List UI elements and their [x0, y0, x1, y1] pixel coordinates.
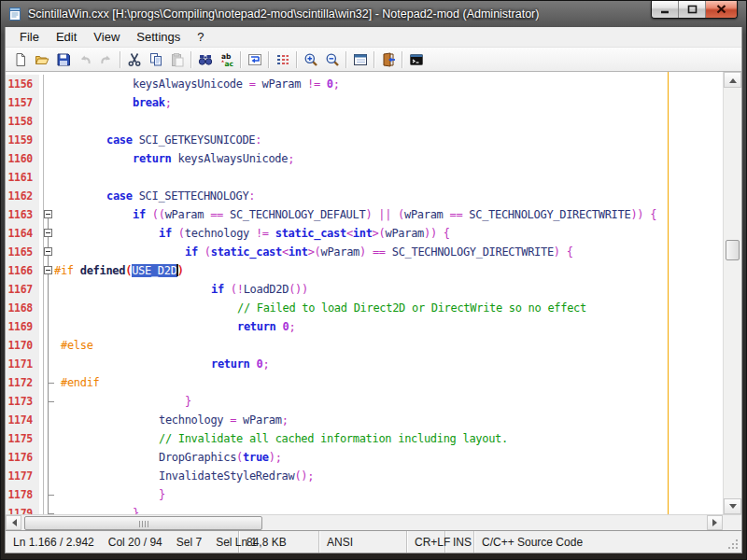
code-line[interactable]: 1174technology = wParam; — [6, 411, 723, 429]
code-text[interactable]: #if defined(USE_D2D) — [54, 261, 723, 280]
line-number[interactable]: 1159 — [6, 131, 39, 149]
scroll-left-button[interactable] — [6, 515, 21, 530]
code-text[interactable]: if (!LoadD2D()) — [54, 280, 723, 299]
code-line[interactable]: 1163if ((wParam == SC_TECHNOLOGY_DEFAULT… — [6, 205, 723, 224]
code-text[interactable]: } — [54, 504, 723, 514]
code-line[interactable]: 1168// Failed to load Direct2D or Direct… — [6, 299, 723, 317]
line-number[interactable]: 1168 — [6, 299, 39, 317]
line-number[interactable]: 1166 — [6, 261, 39, 280]
code-text[interactable]: keysAlwaysUnicode = wParam != 0; — [54, 75, 723, 93]
resize-grip[interactable] — [727, 539, 739, 550]
code-line[interactable]: 1159case SCI_GETKEYSUNICODE: — [6, 131, 723, 149]
cut-button[interactable] — [123, 49, 145, 70]
code-text[interactable]: } — [54, 485, 723, 504]
code-line[interactable]: 1165if (static_cast<int>(wParam) == SC_T… — [6, 243, 723, 261]
menu-edit[interactable]: Edit — [48, 28, 85, 46]
exit-button[interactable] — [377, 49, 399, 70]
line-number[interactable]: 1164 — [6, 224, 39, 243]
code-line[interactable]: 1178} — [6, 485, 723, 504]
fold-toggle[interactable] — [44, 243, 54, 261]
code-line[interactable]: 1156keysAlwaysUnicode = wParam != 0; — [6, 75, 723, 93]
scroll-up-button[interactable] — [724, 72, 741, 88]
line-number[interactable]: 1179 — [6, 504, 39, 514]
paste-button[interactable] — [166, 49, 188, 70]
vertical-scrollbar-thumb[interactable] — [726, 240, 740, 260]
code-line[interactable]: 1161 — [6, 168, 723, 187]
code-text[interactable] — [54, 168, 723, 187]
maximize-button[interactable] — [679, 1, 706, 18]
minimize-button[interactable] — [652, 1, 679, 18]
code-line[interactable]: 1162case SCI_SETTECHNOLOGY: — [6, 187, 723, 205]
menu-settings[interactable]: Settings — [128, 28, 189, 46]
zoom-out-button[interactable] — [321, 49, 343, 70]
line-number[interactable]: 1163 — [6, 205, 39, 224]
new-file-button[interactable] — [9, 49, 31, 70]
code-text[interactable]: technology = wParam; — [54, 411, 723, 429]
code-text[interactable]: break; — [54, 93, 723, 112]
line-number[interactable]: 1161 — [6, 168, 39, 187]
menu-file[interactable]: File — [11, 28, 48, 46]
code-line[interactable]: 1164if (technology != static_cast<int>(w… — [6, 224, 723, 243]
zoom-in-button[interactable] — [300, 49, 321, 70]
code-text[interactable]: return 0; — [54, 317, 723, 336]
save-file-button[interactable] — [52, 49, 74, 70]
horizontal-scrollbar-thumb[interactable] — [24, 516, 262, 530]
code-text[interactable]: // Failed to load Direct2D or DirectWrit… — [54, 299, 723, 317]
code-text[interactable]: case SCI_GETKEYSUNICODE: — [54, 131, 723, 149]
console-button[interactable] — [405, 49, 427, 70]
code-line[interactable]: 1177InvalidateStyleRedraw(); — [6, 467, 723, 485]
line-number[interactable]: 1162 — [6, 187, 39, 205]
code-text[interactable]: return 0; — [54, 355, 723, 373]
menu-help[interactable]: ? — [189, 28, 212, 46]
code-text[interactable]: DropGraphics(true); — [54, 448, 723, 467]
editor[interactable]: 1156keysAlwaysUnicode = wParam != 0;1157… — [6, 72, 723, 514]
fold-toggle[interactable] — [44, 224, 54, 243]
code-text[interactable]: case SCI_SETTECHNOLOGY: — [54, 187, 723, 205]
code-line[interactable]: 1170#else — [6, 336, 723, 355]
code-text[interactable]: InvalidateStyleRedraw(); — [54, 467, 723, 485]
line-number[interactable]: 1170 — [6, 336, 39, 355]
code-text[interactable]: if (static_cast<int>(wParam) == SC_TECHN… — [54, 243, 723, 261]
code-line[interactable]: 1160return keysAlwaysUnicode; — [6, 149, 723, 168]
line-number[interactable]: 1171 — [6, 355, 39, 373]
redo-button[interactable] — [95, 49, 117, 70]
replace-button[interactable]: abac — [216, 49, 237, 70]
code-line[interactable]: 1157break; — [6, 93, 723, 112]
code-text[interactable]: if ((wParam == SC_TECHNOLOGY_DEFAULT) ||… — [54, 205, 723, 224]
word-wrap-button[interactable] — [244, 49, 265, 70]
customize-schemes-button[interactable] — [272, 49, 293, 70]
code-line[interactable]: 1167if (!LoadD2D()) — [6, 280, 723, 299]
line-number[interactable]: 1172 — [6, 373, 39, 392]
menu-view[interactable]: View — [85, 28, 128, 46]
code-text[interactable] — [54, 112, 723, 131]
code-text[interactable]: return keysAlwaysUnicode; — [54, 149, 723, 168]
code-line[interactable]: 1171return 0; — [6, 355, 723, 373]
line-number[interactable]: 1160 — [6, 149, 39, 168]
line-number[interactable]: 1165 — [6, 243, 39, 261]
line-number[interactable]: 1156 — [6, 75, 39, 93]
line-number[interactable]: 1157 — [6, 93, 39, 112]
code-line[interactable]: 1172#endif — [6, 373, 723, 392]
fold-toggle[interactable] — [44, 261, 54, 280]
find-button[interactable] — [194, 49, 216, 70]
line-number[interactable]: 1175 — [6, 429, 39, 448]
line-number[interactable]: 1158 — [6, 112, 39, 131]
line-number[interactable]: 1177 — [6, 467, 39, 485]
scroll-right-button[interactable] — [707, 515, 723, 530]
code-line[interactable]: 1179} — [6, 504, 723, 514]
scroll-down-button[interactable] — [724, 498, 741, 514]
horizontal-scrollbar[interactable] — [6, 515, 723, 530]
close-button[interactable] — [706, 1, 737, 18]
fold-toggle[interactable] — [44, 205, 54, 224]
code-line[interactable]: 1158 — [6, 112, 723, 131]
code-text[interactable]: } — [54, 392, 723, 411]
open-file-button[interactable] — [31, 49, 52, 70]
line-number[interactable]: 1174 — [6, 411, 39, 429]
code-line[interactable]: 1166#if defined(USE_D2D) — [6, 261, 723, 280]
copy-button[interactable] — [145, 49, 166, 70]
code-text[interactable]: #endif — [54, 373, 723, 392]
line-number[interactable]: 1173 — [6, 392, 39, 411]
code-line[interactable]: 1169return 0; — [6, 317, 723, 336]
code-line[interactable]: 1173} — [6, 392, 723, 411]
line-number[interactable]: 1176 — [6, 448, 39, 467]
